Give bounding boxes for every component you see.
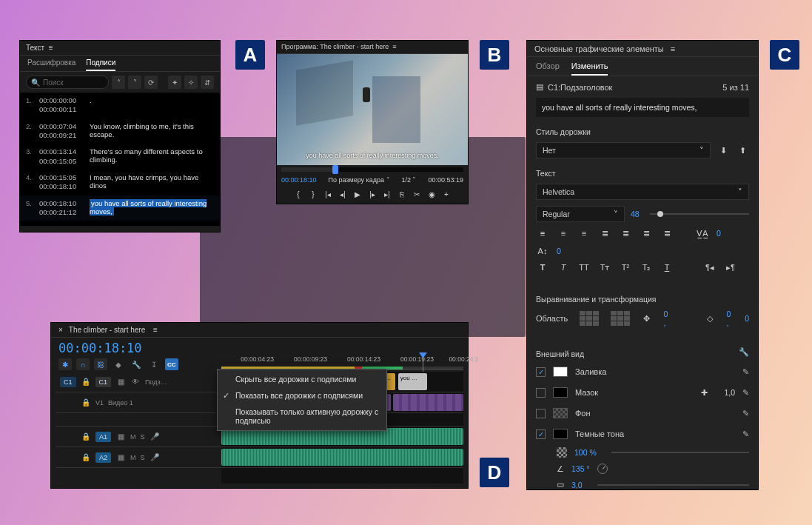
replace-button[interactable]: ⟳ — [144, 76, 158, 89]
distance-field[interactable]: 3,0 — [571, 481, 583, 489]
insert-icon[interactable]: ↧ — [147, 358, 161, 370]
pos-x-field[interactable]: 0 , — [664, 310, 671, 327]
scrub-playhead[interactable] — [332, 165, 338, 174]
lock-icon[interactable]: 🔒 — [81, 398, 91, 407]
program-viewport[interactable]: you have all sorts of really interesting… — [277, 54, 468, 165]
c1-target[interactable]: C1 — [95, 377, 112, 387]
time-ruler[interactable]: 00:00:04:23 00:00:09:23 00:00:14:23 00:0… — [221, 355, 463, 370]
track-header-a2[interactable]: 🔒 A2 ▦ M S 🎤 — [56, 447, 221, 468]
mute-button[interactable]: M — [130, 433, 136, 441]
caption-clip-selected[interactable]: you … — [398, 373, 427, 390]
go-out-button[interactable]: ▸| — [382, 189, 392, 199]
small-caps-icon[interactable]: Tᴛ — [598, 262, 611, 272]
background-checkbox[interactable] — [536, 409, 546, 418]
extract-button[interactable]: ✂ — [412, 189, 422, 199]
faux-italic-icon[interactable]: T — [557, 262, 570, 272]
anchor-y-field[interactable]: 0 — [745, 314, 749, 323]
shadow-eyedropper-icon[interactable]: ✎ — [742, 429, 749, 439]
split-caption-button[interactable]: ✧ — [184, 76, 198, 89]
align-center-icon[interactable]: ≡ — [557, 228, 570, 238]
distance-slider[interactable] — [597, 484, 749, 486]
baseline-field[interactable]: 0 — [557, 247, 561, 255]
caption-row-text[interactable]: you have all sorts of really interesting… — [90, 199, 214, 218]
marker-icon[interactable]: ◆ — [112, 358, 125, 370]
program-resolution-select[interactable]: 1/2 ˅ — [401, 176, 416, 184]
caption-row[interactable]: 2. 00:00:07:0400:00:09:21 You know, clim… — [20, 118, 220, 144]
sync-lock-icon[interactable]: ▦ — [115, 378, 126, 386]
merge-caption-button[interactable]: ⇵ — [201, 76, 214, 89]
align-left-icon[interactable]: ≡ — [536, 228, 549, 238]
selected-clip-row[interactable]: ▤ C1:Подзаголовок 5 из 11 — [536, 82, 749, 92]
push-down-icon[interactable]: ⬇ — [717, 145, 730, 156]
sync-lock-icon[interactable]: ▦ — [115, 453, 126, 461]
lock-icon[interactable]: 🔒 — [81, 432, 91, 441]
stroke-width-field[interactable]: 1,0 — [724, 388, 735, 397]
font-family-select[interactable]: Helvetica˅ — [536, 184, 749, 200]
ltr-icon[interactable]: ▸¶ — [724, 262, 737, 272]
add-caption-button[interactable]: ✦ — [168, 76, 181, 89]
mark-in-button[interactable]: { — [293, 189, 303, 199]
solo-button[interactable]: S — [141, 433, 145, 441]
align-justify-last-center-icon[interactable]: ≣ — [640, 228, 653, 238]
step-back-button[interactable]: ◂| — [338, 189, 348, 199]
shadow-checkbox[interactable] — [536, 429, 546, 439]
mark-out-button[interactable]: } — [308, 189, 318, 199]
align-justify-last-left-icon[interactable]: ≣ — [619, 228, 632, 238]
caption-row-text[interactable]: I mean, you have crimps, you have dinos — [90, 173, 214, 192]
align-right-icon[interactable]: ≡ — [577, 228, 591, 238]
opacity-field[interactable]: 100 % — [574, 448, 597, 457]
caption-row-text[interactable]: . — [90, 96, 214, 115]
scrub-bar[interactable] — [281, 167, 463, 172]
tab-browse[interactable]: Обзор — [536, 61, 560, 76]
caption-text-field[interactable]: you have all sorts of really interesting… — [536, 98, 749, 117]
faux-bold-icon[interactable]: T — [536, 262, 549, 272]
menu-hide-all-caption-tracks[interactable]: Скрыть все дорожки с подписями — [218, 371, 386, 387]
angle-dial-icon[interactable] — [597, 464, 608, 474]
video-clip[interactable] — [393, 394, 463, 411]
lock-icon[interactable]: 🔒 — [81, 453, 91, 461]
caption-row[interactable]: 3. 00:00:13:1400:00:15:05 There's so man… — [20, 144, 220, 170]
appearance-settings-icon[interactable]: 🔧 — [739, 347, 749, 357]
track-header-c1[interactable]: C1 🔒 C1 ▦ 👁 Подз… — [56, 372, 221, 392]
font-size-slider[interactable] — [650, 213, 749, 215]
lock-icon[interactable]: 🔒 — [81, 378, 91, 386]
stroke-add-icon[interactable]: ✚ — [701, 388, 708, 398]
stroke-checkbox[interactable] — [536, 388, 546, 398]
zone-grid-left[interactable] — [580, 311, 599, 326]
play-button[interactable]: ▶ — [352, 189, 363, 199]
settings-button[interactable]: + — [441, 189, 452, 199]
tab-captions[interactable]: Подписи — [86, 58, 115, 71]
font-size-field[interactable]: 48 — [631, 210, 640, 218]
fill-checkbox[interactable] — [536, 367, 546, 377]
anchor-x-field[interactable]: 0 , — [726, 310, 733, 327]
export-frame-button[interactable]: ◉ — [426, 189, 437, 199]
track-header-v1[interactable]: 🔒 V1 Видео 1 — [56, 392, 221, 413]
eye-icon[interactable]: 👁 — [130, 378, 141, 386]
close-icon[interactable]: × — [58, 326, 63, 334]
lift-button[interactable]: ⎘ — [397, 189, 407, 199]
cc-toggle-button[interactable]: CC — [165, 358, 178, 370]
superscript-icon[interactable]: T² — [619, 262, 632, 272]
caption-row[interactable]: 4. 00:00:15:0500:00:18:10 I mean, you ha… — [20, 170, 220, 195]
program-zoom-select[interactable]: По размеру кадра ˅ — [328, 176, 389, 184]
push-up-icon[interactable]: ⬆ — [736, 145, 749, 156]
shadow-swatch[interactable] — [553, 429, 568, 439]
program-tc-current[interactable]: 00:00:18:10 — [281, 176, 317, 184]
track-style-select[interactable]: Нет˅ — [536, 142, 711, 158]
mute-button[interactable]: M — [130, 454, 136, 461]
step-fwd-button[interactable]: |▸ — [367, 189, 378, 199]
fill-swatch[interactable] — [553, 367, 568, 377]
magnet-icon[interactable]: ∩ — [76, 358, 90, 370]
snap-icon[interactable]: ✱ — [58, 358, 72, 370]
search-input[interactable]: 🔍 Поиск — [26, 76, 109, 89]
opacity-slider[interactable] — [611, 452, 749, 453]
tab-transcript[interactable]: Расшифровка — [27, 58, 76, 71]
tracking-field[interactable]: 0 — [717, 229, 721, 238]
zone-grid-right[interactable] — [611, 311, 630, 326]
linked-selection-icon[interactable]: ⛓ — [94, 358, 107, 370]
caption-row-text[interactable]: You know, climbing to me, it's this esca… — [90, 122, 214, 141]
audio-clip[interactable] — [221, 449, 463, 466]
caption-row-selected[interactable]: 5. 00:00:18:1000:00:21:12 you have all s… — [20, 195, 220, 221]
background-swatch[interactable] — [553, 408, 568, 418]
caption-row[interactable]: 1. 00:00:00:0000:00:00:11 . — [20, 93, 220, 118]
